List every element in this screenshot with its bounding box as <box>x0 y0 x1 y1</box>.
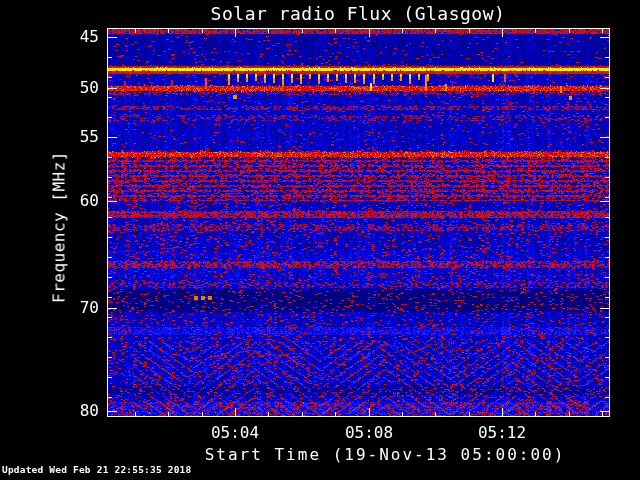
y-tick-label: 80 <box>80 401 99 420</box>
y-axis-label: Frequency [MHz] <box>50 151 69 303</box>
y-tick-label: 70 <box>80 298 99 317</box>
y-tick-label: 55 <box>80 127 99 146</box>
x-tick-label: 05:08 <box>345 423 393 442</box>
x-axis-label: Start Time (19-Nov-13 05:00:00) <box>205 445 566 464</box>
x-tick-label: 05:12 <box>478 423 526 442</box>
y-tick-label: 50 <box>80 78 99 97</box>
spectrogram-figure: Solar radio Flux (Glasgow) Frequency [MH… <box>0 0 640 480</box>
x-tick-label: 05:04 <box>211 423 259 442</box>
y-tick-label: 60 <box>80 191 99 210</box>
page-title: Solar radio Flux (Glasgow) <box>211 3 506 24</box>
y-tick-label: 45 <box>80 27 99 46</box>
updated-timestamp: Updated Wed Feb 21 22:55:35 2018 <box>2 464 191 475</box>
